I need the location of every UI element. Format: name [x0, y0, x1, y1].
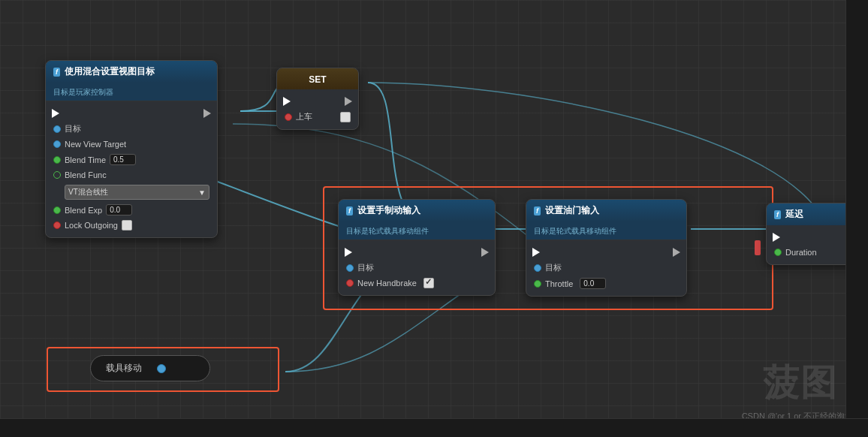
- handbrake-target-row: 目标: [339, 260, 495, 276]
- new-handbrake-row: New Handbrake: [339, 276, 495, 291]
- throttle-body: 目标 Throttle: [526, 240, 686, 296]
- handbrake-target-pin[interactable]: [346, 264, 354, 272]
- dropdown-arrow: ▼: [198, 188, 206, 197]
- blend-exp-input[interactable]: [106, 204, 132, 215]
- new-view-target-pin[interactable]: [53, 140, 61, 148]
- blend-view-body: 目标 New View Target Blend Time Blend Func: [46, 101, 217, 237]
- blend-view-title: 使用混合设置视图目标: [65, 65, 155, 78]
- set-exec-in[interactable]: [283, 97, 291, 106]
- delay-func-icon: f: [774, 210, 781, 219]
- blend-exp-pin[interactable]: [53, 206, 61, 214]
- new-view-target-row: New View Target: [46, 137, 217, 152]
- lock-outgoing-checkbox[interactable]: [122, 220, 132, 231]
- throttle-input[interactable]: [580, 278, 606, 289]
- target-pin[interactable]: [53, 125, 61, 133]
- throttle-target-label: 目标: [545, 262, 562, 273]
- vehicle-move-label: 载具移动: [106, 362, 142, 375]
- dropdown-value: VT混合线性: [68, 187, 108, 197]
- blend-time-input[interactable]: [110, 154, 136, 165]
- blend-exp-label: Blend Exp: [65, 206, 102, 215]
- vehicle-move-container: 载具移动: [90, 355, 210, 381]
- throttle-node: f 设置油门输入 目标是轮式载具移动组件 目标 Throttle: [526, 199, 687, 297]
- blend-view-header: f 使用混合设置视图目标: [46, 61, 217, 83]
- target-row: 目标: [46, 121, 217, 137]
- blend-exp-row: Blend Exp: [46, 202, 217, 218]
- throttle-exec-in[interactable]: [532, 248, 540, 257]
- lock-outgoing-pin[interactable]: [53, 222, 61, 229]
- handbrake-exec-in[interactable]: [345, 248, 352, 257]
- blend-func-label: Blend Func: [65, 170, 107, 179]
- set-body: 上车: [277, 89, 358, 129]
- throttle-value-row: Throttle: [526, 276, 686, 291]
- set-checkbox[interactable]: [340, 112, 351, 122]
- set-value-pin[interactable]: [285, 113, 292, 121]
- duration-label: Duration: [785, 248, 817, 257]
- new-view-target-label: New View Target: [65, 140, 126, 149]
- new-handbrake-label: New Handbrake: [357, 279, 417, 288]
- set-exec-row: [277, 94, 358, 109]
- handbrake-subtitle-row: 目标是轮式载具移动组件: [339, 222, 495, 240]
- blend-time-row: Blend Time: [46, 152, 217, 167]
- bottom-bar: [0, 418, 868, 437]
- handbrake-header: f 设置手制动输入: [339, 200, 495, 222]
- duration-pin[interactable]: [774, 249, 782, 256]
- blend-view-subtitle: 目标是玩家控制器: [53, 88, 113, 96]
- watermark-text: 菠图: [763, 359, 838, 407]
- lock-outgoing-label: Lock Outgoing: [65, 221, 118, 230]
- handbrake-title: 设置手制动输入: [357, 204, 420, 217]
- blend-func-pin[interactable]: [53, 171, 61, 179]
- set-label-row: 上车: [277, 109, 358, 125]
- delay-title: 延迟: [785, 208, 803, 221]
- blueprint-canvas[interactable]: f 使用混合设置视图目标 目标是玩家控制器 目标 New View Target: [0, 0, 868, 437]
- func-icon: f: [53, 68, 60, 77]
- throttle-value-pin[interactable]: [534, 280, 541, 288]
- throttle-exec-row: [526, 245, 686, 260]
- throttle-title: 设置油门输入: [545, 204, 599, 217]
- blend-view-node: f 使用混合设置视图目标 目标是玩家控制器 目标 New View Target: [45, 60, 218, 238]
- handbrake-exec-out[interactable]: [481, 248, 489, 257]
- dropdown-row: VT混合线性 ▼: [46, 182, 217, 202]
- set-exec-out[interactable]: [345, 97, 352, 106]
- throttle-target-row: 目标: [526, 260, 686, 276]
- new-handbrake-checkbox[interactable]: [423, 278, 434, 288]
- handbrake-node: f 设置手制动输入 目标是轮式载具移动组件 目标 New Handbrake: [338, 199, 496, 296]
- new-handbrake-pin[interactable]: [346, 279, 354, 287]
- vehicle-move-node: 载具移动: [90, 355, 210, 381]
- exec-out-pin[interactable]: [203, 109, 211, 118]
- blend-func-row: Blend Func: [46, 167, 217, 182]
- set-label: 上车: [296, 111, 312, 122]
- blend-view-subtitle-row: 目标是玩家控制器: [46, 83, 217, 101]
- right-panel: [845, 0, 868, 437]
- svg-rect-0: [755, 240, 761, 255]
- throttle-target-pin[interactable]: [534, 264, 541, 272]
- throttle-subtitle-row: 目标是轮式载具移动组件: [526, 222, 686, 240]
- handbrake-body: 目标 New Handbrake: [339, 240, 495, 295]
- set-title: SET: [309, 74, 326, 85]
- handbrake-func-icon: f: [346, 206, 353, 215]
- vehicle-move-pin[interactable]: [157, 364, 166, 373]
- blend-time-label: Blend Time: [65, 155, 106, 164]
- handbrake-exec-row: [339, 245, 495, 260]
- blend-func-dropdown[interactable]: VT混合线性 ▼: [65, 185, 209, 200]
- set-node: SET 上车: [276, 68, 359, 130]
- delay-exec-in[interactable]: [773, 233, 780, 242]
- throttle-subtitle: 目标是轮式载具移动组件: [534, 227, 616, 235]
- exec-row: [46, 106, 217, 121]
- target-label: 目标: [65, 123, 81, 134]
- throttle-func-icon: f: [534, 206, 541, 215]
- exec-in-pin[interactable]: [52, 109, 59, 118]
- blend-time-pin[interactable]: [53, 156, 61, 164]
- lock-outgoing-row: Lock Outgoing: [46, 218, 217, 233]
- handbrake-subtitle: 目标是轮式载具移动组件: [346, 227, 429, 235]
- handbrake-target-label: 目标: [357, 262, 374, 273]
- throttle-header: f 设置油门输入: [526, 200, 686, 222]
- throttle-exec-out[interactable]: [673, 248, 680, 257]
- throttle-label: Throttle: [545, 279, 573, 288]
- set-header: SET: [277, 68, 358, 89]
